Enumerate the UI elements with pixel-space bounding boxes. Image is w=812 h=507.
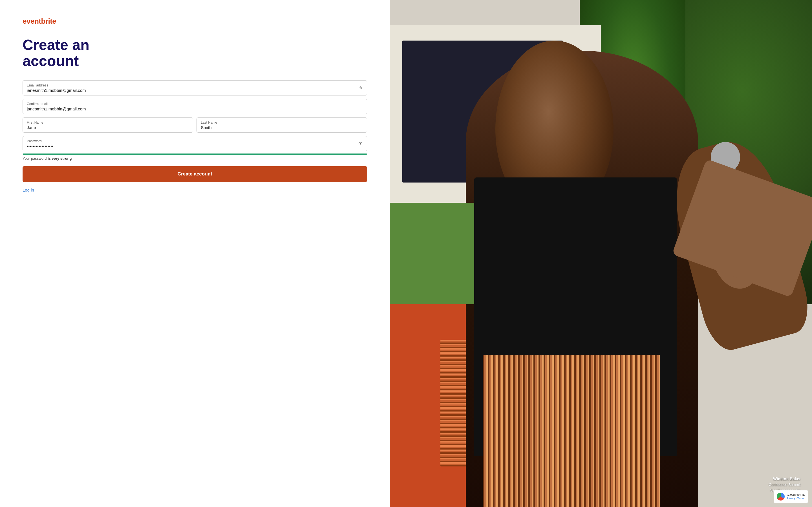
left-panel: eventbrite Create an account Email addre… xyxy=(0,0,390,507)
first-name-wrapper: First Name xyxy=(22,117,193,133)
name-row: First Name Last Name xyxy=(22,117,367,133)
edit-icon[interactable]: ✎ xyxy=(359,86,363,91)
first-name-input[interactable] xyxy=(27,125,189,130)
eye-icon[interactable]: 👁 xyxy=(358,141,363,146)
password-hint: Your password is very strong xyxy=(22,156,367,161)
email-label: Email address xyxy=(27,83,363,87)
page-heading: Create an account xyxy=(22,37,367,69)
recaptcha-label: reCAPTCHA xyxy=(787,494,805,497)
password-label: Password xyxy=(27,139,363,143)
email-input[interactable] xyxy=(27,88,363,93)
recaptcha-terms-link[interactable]: Terms xyxy=(797,497,804,500)
caption-name: Winston Baker xyxy=(769,476,801,482)
confirm-email-input[interactable] xyxy=(27,107,363,111)
confirm-email-wrapper: Confirm email xyxy=(22,99,367,114)
login-link[interactable]: Log in xyxy=(22,187,34,192)
password-group: Password 👁 Your password is very strong xyxy=(22,136,367,161)
photo-scene: Winston Baker Confluence Summit San Fran… xyxy=(390,0,812,507)
sofa-green xyxy=(390,203,474,304)
last-name-input[interactable] xyxy=(201,125,363,130)
right-panel: Winston Baker Confluence Summit San Fran… xyxy=(390,0,812,507)
recaptcha-logo xyxy=(777,493,784,501)
caption-event: Confluence Summit xyxy=(769,482,801,488)
password-wrapper: Password 👁 xyxy=(22,136,367,151)
password-strength-fill xyxy=(22,154,367,155)
recaptcha-badge: reCAPTCHA Privacy · Terms xyxy=(774,490,808,503)
logo-text: eventbrite xyxy=(22,17,56,25)
recaptcha-privacy-link[interactable]: Privacy xyxy=(787,497,795,500)
confirm-email-label: Confirm email xyxy=(27,102,363,106)
recaptcha-text: reCAPTCHA Privacy · Terms xyxy=(787,494,805,500)
first-name-label: First Name xyxy=(27,121,189,124)
recaptcha-links: Privacy · Terms xyxy=(787,497,805,500)
last-name-label: Last Name xyxy=(201,121,363,124)
password-strength-bar xyxy=(22,154,367,155)
email-wrapper: Email address ✎ xyxy=(22,80,367,96)
confirm-email-group: Confirm email xyxy=(22,99,367,114)
logo: eventbrite xyxy=(22,17,367,25)
pants xyxy=(483,355,660,507)
password-input[interactable] xyxy=(27,144,363,149)
email-group: Email address ✎ xyxy=(22,80,367,96)
signup-form: Email address ✎ Confirm email First Name… xyxy=(22,80,367,193)
last-name-wrapper: Last Name xyxy=(197,117,367,133)
create-account-button[interactable]: Create account xyxy=(22,166,367,182)
